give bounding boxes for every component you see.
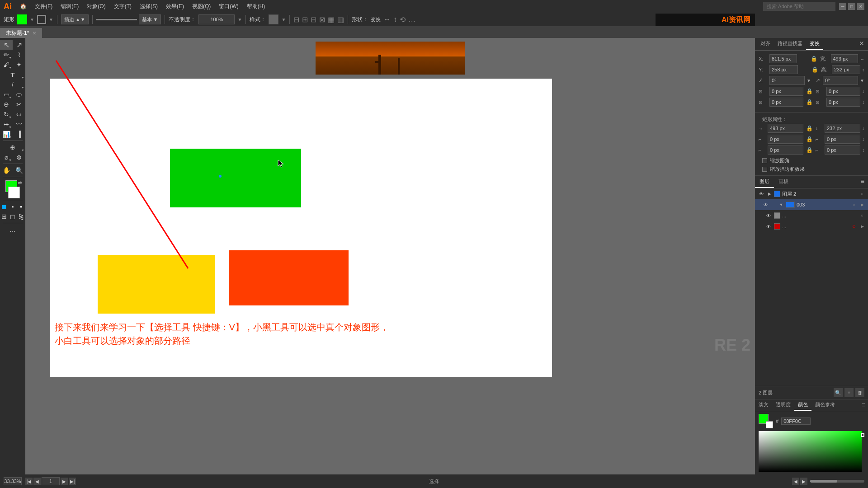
layers-menu-btn[interactable]: ≡ xyxy=(857,176,868,188)
more-options-btn[interactable]: … xyxy=(408,15,415,23)
sublayer-003-eye[interactable]: 👁 xyxy=(762,201,769,208)
column-chart-tool[interactable]: ▐ xyxy=(13,129,25,139)
color-ref-tab[interactable]: 颜色参考 xyxy=(811,399,839,411)
pad-bl-input[interactable] xyxy=(769,98,803,107)
color-panel-menu-btn[interactable]: ≡ xyxy=(859,399,868,411)
restore-button[interactable]: □ xyxy=(848,3,855,10)
style-swatch[interactable] xyxy=(269,14,278,24)
sublayer-003-lock[interactable]: ▶ xyxy=(859,202,865,208)
menu-help[interactable]: 帮助(H) xyxy=(243,2,269,11)
opacity-color-tab[interactable]: 透明度 xyxy=(772,399,794,411)
bg-color-swatch[interactable] xyxy=(766,421,773,428)
gray-view-btn[interactable]: ▪ xyxy=(9,202,17,211)
sublayer-003-item[interactable]: 👁 ▼ 003 ○ ▶ xyxy=(755,199,868,210)
align-btn-1[interactable]: ⊟ xyxy=(293,15,299,24)
selection-tool[interactable]: ↖ xyxy=(0,40,13,50)
corner-bl-input[interactable] xyxy=(768,145,803,155)
align-tab[interactable]: 对齐 xyxy=(757,38,774,50)
sublayer-dot1-item[interactable]: 👁 ... ○ xyxy=(755,210,868,221)
pen-tool[interactable]: ✏ ▼ xyxy=(0,50,13,60)
type-tool[interactable]: T ▼ xyxy=(0,70,25,80)
stroke-color-swatch[interactable] xyxy=(37,15,46,24)
pathfinder-tab[interactable]: 路径查找器 xyxy=(774,38,806,50)
tab-close-btn[interactable]: ✕ xyxy=(33,31,36,36)
timeline-prev-btn[interactable]: ◀ xyxy=(792,478,799,485)
menu-home[interactable]: 🏠 xyxy=(16,2,30,10)
shear-input[interactable] xyxy=(823,76,858,85)
rect-height-input[interactable] xyxy=(825,124,860,133)
menu-file[interactable]: 文件(F) xyxy=(31,2,56,11)
perspective-btn[interactable]: ⧎ xyxy=(17,211,25,221)
delete-layer-btn[interactable]: 🗑 xyxy=(855,388,864,397)
pad-tr-input[interactable] xyxy=(826,87,860,96)
sublayer-dot2-lock[interactable]: ▶ xyxy=(859,223,865,230)
direct-selection-tool[interactable]: ↗ xyxy=(13,40,25,50)
color-tab[interactable]: 颜色 xyxy=(794,399,811,411)
menu-text[interactable]: 文字(T) xyxy=(110,2,135,11)
add-layer-btn[interactable]: + xyxy=(844,388,854,397)
transform-btn[interactable]: 变换 xyxy=(371,16,381,23)
zoom-tool[interactable]: 🔍 xyxy=(13,165,25,175)
corner-tr-input[interactable] xyxy=(825,135,860,144)
normal-view-btn[interactable]: ◼ xyxy=(0,202,9,211)
slice-select-tool[interactable]: ⊗ xyxy=(13,152,25,162)
fade-tab[interactable]: 淡文 xyxy=(755,399,772,411)
scale-corner-checkbox[interactable] xyxy=(762,158,767,163)
x-input[interactable] xyxy=(769,54,797,63)
rectangle-tool[interactable]: ▭ ▼ xyxy=(0,89,13,99)
height-input[interactable] xyxy=(832,65,860,74)
y-input[interactable] xyxy=(769,65,798,74)
corner-tl-input[interactable] xyxy=(768,135,803,144)
layer-2-item[interactable]: 👁 ▶ 图层 2 ○ xyxy=(755,188,868,199)
sublayer-dot2-item[interactable]: 👁 ... ⊙ ▶ xyxy=(755,221,868,232)
layer-2-circle[interactable]: ○ xyxy=(859,191,865,197)
menu-object[interactable]: 对象(O) xyxy=(83,2,109,11)
paintbrush-tool[interactable]: 🖌 ▼ xyxy=(0,60,13,70)
reflect-tool[interactable]: ⇔ xyxy=(13,109,25,119)
sublayer-dot1-circle[interactable]: ○ xyxy=(859,212,865,219)
prev-page-btn[interactable]: ◀ xyxy=(33,478,41,485)
panel-close-btn[interactable]: ✕ xyxy=(857,38,866,50)
ellipse-tool[interactable]: ⬭ xyxy=(13,89,25,99)
align-btn-4[interactable]: ⊠ xyxy=(319,15,325,24)
first-page-btn[interactable]: |◀ xyxy=(25,478,33,485)
angle-input[interactable] xyxy=(769,76,805,85)
white-view-btn[interactable]: ▪ xyxy=(17,202,25,211)
align-btn-5[interactable]: ▦ xyxy=(328,15,335,24)
sublayer-003-circle[interactable]: ○ xyxy=(851,202,857,208)
yellow-rectangle[interactable] xyxy=(98,255,215,314)
zoom-input[interactable] xyxy=(4,477,22,485)
background-color[interactable] xyxy=(8,187,20,198)
transform-icon-1[interactable]: ↔ xyxy=(383,15,391,23)
blob-brush-tool[interactable]: ✦ xyxy=(13,60,25,70)
menu-window[interactable]: 窗口(W) xyxy=(215,2,242,11)
hand-tool[interactable]: ✋ xyxy=(0,165,13,175)
next-page-btn[interactable]: ▶ xyxy=(61,478,68,485)
close-button[interactable]: ✕ xyxy=(857,3,864,10)
color-gradient-picker[interactable] xyxy=(759,431,862,472)
more-tools-btn[interactable]: … xyxy=(0,225,25,235)
sublayer-dot2-target[interactable]: ⊙ xyxy=(851,223,857,230)
rotate-tool[interactable]: ↻ ▼ xyxy=(0,109,13,119)
stroke-style-btn[interactable]: 插边 ▲▼ xyxy=(61,14,89,24)
eraser-tool[interactable]: ⊖ xyxy=(0,99,13,109)
hex-input[interactable] xyxy=(781,418,811,425)
width-input[interactable] xyxy=(831,54,859,63)
symbol-sprayer-tool[interactable]: ⊕ ▼ xyxy=(0,142,25,152)
status-slider[interactable] xyxy=(810,480,864,483)
drawing-mode-btn[interactable]: ◻ xyxy=(9,211,17,221)
layer-2-expand[interactable]: ▶ xyxy=(767,191,772,197)
minimize-button[interactable]: ─ xyxy=(839,3,846,10)
opacity-input[interactable] xyxy=(198,14,235,24)
timeline-next-btn[interactable]: ▶ xyxy=(800,478,807,485)
align-btn-6[interactable]: ▥ xyxy=(337,15,344,24)
rect-width-input[interactable] xyxy=(768,124,803,133)
sublayer-dot1-eye[interactable]: 👁 xyxy=(765,212,772,219)
line-style-btn[interactable]: 基本 ▼ xyxy=(139,14,161,24)
pad-tl-input[interactable] xyxy=(769,87,803,96)
align-btn-2[interactable]: ⊞ xyxy=(302,15,308,24)
artboards-tab-btn[interactable]: 画板 xyxy=(774,176,793,188)
orange-rectangle[interactable] xyxy=(229,250,349,305)
transform-icon-2[interactable]: ↕ xyxy=(393,15,397,23)
align-btn-3[interactable]: ⊟ xyxy=(311,15,316,24)
